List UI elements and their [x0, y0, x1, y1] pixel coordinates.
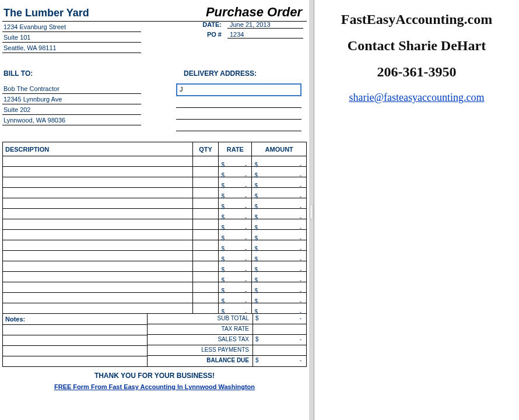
subtotal-value: $- — [253, 314, 306, 324]
col-rate: RATE — [219, 142, 252, 156]
table-row: $-$- — [3, 177, 307, 188]
notes-line[interactable] — [3, 356, 147, 366]
cell-amount: $- — [252, 230, 307, 240]
cell-description[interactable] — [3, 167, 193, 177]
cell-qty[interactable] — [192, 209, 219, 219]
cell-description[interactable] — [3, 156, 193, 167]
cell-qty[interactable] — [192, 219, 219, 230]
notes-block: Notes: — [3, 314, 148, 366]
cell-qty[interactable] — [192, 261, 219, 272]
thank-you-text: THANK YOU FOR YOUR BUSINESS! — [2, 372, 307, 380]
pane-splitter[interactable] — [309, 0, 314, 420]
po-number-value[interactable]: 1234 — [227, 31, 303, 38]
cell-qty[interactable] — [192, 272, 219, 282]
company-addr-line1[interactable]: 1234 Evanburg Street — [2, 22, 141, 32]
cell-amount: $- — [252, 272, 307, 282]
splitter-handle-icon[interactable] — [310, 204, 313, 219]
billto-line3[interactable]: Suite 202 — [2, 104, 141, 115]
cell-qty[interactable] — [192, 282, 219, 293]
cell-rate[interactable]: $- — [219, 261, 252, 272]
cell-qty[interactable] — [192, 177, 219, 188]
cell-rate[interactable]: $- — [219, 188, 252, 198]
delivery-addr-line2[interactable] — [176, 96, 301, 108]
cell-qty[interactable] — [192, 303, 219, 314]
table-row: $-$- — [3, 219, 307, 230]
company-name: The Lumber Yard — [2, 4, 90, 20]
subtotal-label: SUB TOTAL — [148, 314, 253, 324]
table-row: $-$- — [3, 272, 307, 282]
cell-description[interactable] — [3, 188, 193, 198]
col-description: DESCRIPTION — [3, 142, 193, 156]
cell-rate[interactable]: $- — [219, 303, 252, 314]
form-title: Purchase Order — [206, 2, 307, 21]
cell-qty[interactable] — [192, 198, 219, 209]
table-row: $-$- — [3, 240, 307, 251]
cell-description[interactable] — [3, 272, 193, 282]
notes-line[interactable] — [3, 335, 147, 345]
cell-rate[interactable]: $- — [219, 177, 252, 188]
notes-line[interactable] — [3, 345, 147, 356]
cell-amount: $- — [252, 188, 307, 198]
billto-line4[interactable]: Lynnwood, WA 98036 — [2, 115, 141, 125]
cell-rate[interactable]: $- — [219, 167, 252, 177]
delivery-addr-line4[interactable] — [176, 120, 301, 131]
company-addr-line3[interactable]: Seattle, WA 98111 — [2, 43, 141, 53]
totals-block: SUB TOTAL $- TAX RATE SALES TAX $- LESS … — [148, 314, 306, 366]
cell-rate[interactable]: $- — [219, 272, 252, 282]
date-value[interactable]: June 21, 2013 — [227, 21, 303, 29]
cell-description[interactable] — [3, 251, 193, 261]
salestax-value: $- — [253, 335, 306, 345]
cell-amount: $- — [252, 167, 307, 177]
cell-rate[interactable]: $- — [219, 219, 252, 230]
cell-rate[interactable]: $- — [219, 230, 252, 240]
balance-label: BALANCE DUE — [148, 356, 253, 366]
cell-rate[interactable]: $- — [219, 240, 252, 251]
notes-line[interactable] — [3, 324, 147, 335]
taxrate-value[interactable] — [253, 324, 306, 335]
billto-line2[interactable]: 12345 Lynnburg Ave — [2, 94, 141, 104]
cell-qty[interactable] — [192, 188, 219, 198]
cell-qty[interactable] — [192, 167, 219, 177]
cell-qty[interactable] — [192, 230, 219, 240]
cell-description[interactable] — [3, 282, 193, 293]
cell-description[interactable] — [3, 177, 193, 188]
bill-to-label: BILL TO: — [2, 67, 155, 80]
delivery-address-label: DELIVERY ADDRESS: — [155, 67, 307, 80]
cell-amount: $- — [252, 156, 307, 167]
lesspayments-value[interactable] — [253, 345, 306, 356]
promo-email-link[interactable]: sharie@fasteasyaccounting.com — [349, 92, 485, 104]
cell-description[interactable] — [3, 261, 193, 272]
cell-rate[interactable]: $- — [219, 251, 252, 261]
cell-description[interactable] — [3, 293, 193, 303]
cell-rate[interactable]: $- — [219, 156, 252, 167]
promo-panel: FastEasyAccounting.com Contact Sharie De… — [314, 0, 519, 420]
footer-link[interactable]: FREE Form From Fast Easy Accounting In L… — [2, 383, 307, 390]
cell-description[interactable] — [3, 303, 193, 314]
lesspayments-label: LESS PAYMENTS — [148, 345, 253, 356]
cell-rate[interactable]: $- — [219, 198, 252, 209]
cell-qty[interactable] — [192, 240, 219, 251]
taxrate-label: TAX RATE — [148, 324, 253, 335]
cell-description[interactable] — [3, 209, 193, 219]
company-addr-line2[interactable]: Suite 101 — [2, 32, 141, 43]
delivery-addr-line3[interactable] — [176, 108, 301, 120]
cell-amount: $- — [252, 251, 307, 261]
cell-qty[interactable] — [192, 293, 219, 303]
cell-rate[interactable]: $- — [219, 293, 252, 303]
cell-description[interactable] — [3, 240, 193, 251]
cell-qty[interactable] — [192, 156, 219, 167]
cell-rate[interactable]: $- — [219, 282, 252, 293]
table-row: $-$- — [3, 167, 307, 177]
cell-qty[interactable] — [192, 251, 219, 261]
delivery-addr-input-active[interactable]: J — [176, 83, 301, 96]
cell-rate[interactable]: $- — [219, 209, 252, 219]
cell-description[interactable] — [3, 230, 193, 240]
cell-description[interactable] — [3, 198, 193, 209]
cell-description[interactable] — [3, 219, 193, 230]
po-number-label: PO # — [175, 31, 227, 38]
cell-amount: $- — [252, 198, 307, 209]
date-label: DATE: — [175, 21, 227, 29]
cell-amount: $- — [252, 177, 307, 188]
billto-line1[interactable]: Bob The Contractor — [2, 83, 141, 94]
po-meta-block: DATE: June 21, 2013 PO # 1234 — [175, 21, 303, 41]
